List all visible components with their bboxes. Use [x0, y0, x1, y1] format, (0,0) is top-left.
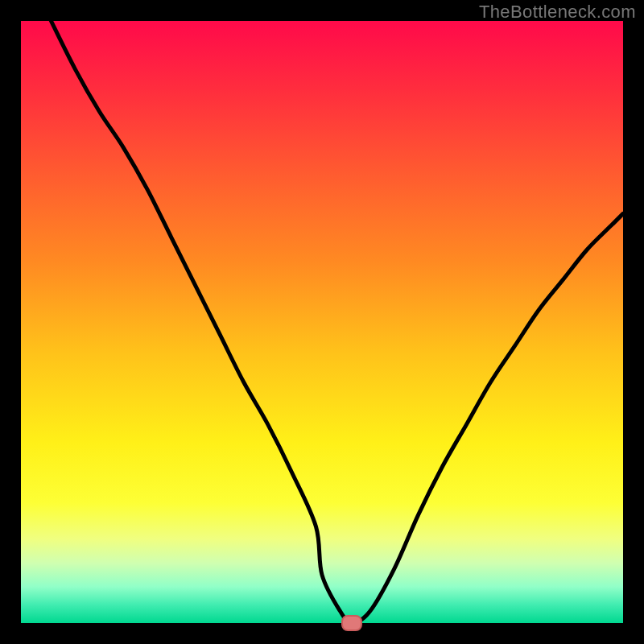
watermark-text: TheBottleneck.com — [479, 2, 636, 23]
optimal-point-marker — [341, 615, 362, 631]
chart-frame: TheBottleneck.com — [0, 0, 644, 644]
chart-svg — [21, 21, 623, 623]
plot-area — [21, 21, 623, 623]
